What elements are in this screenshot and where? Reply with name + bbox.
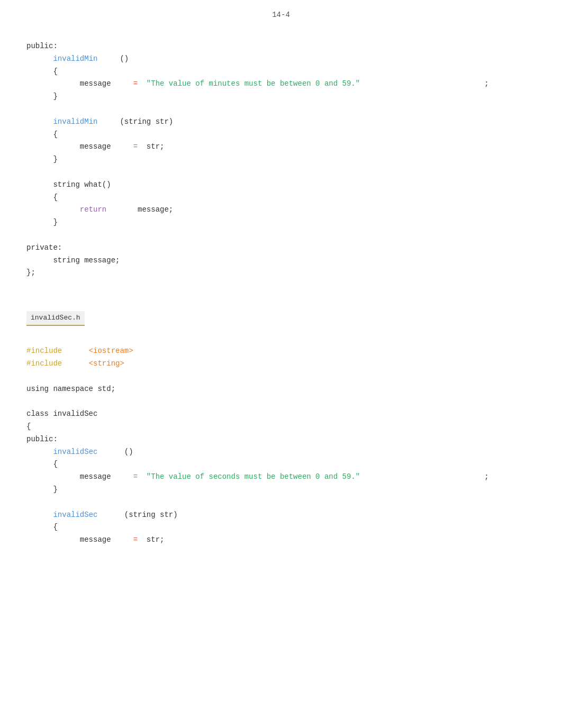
code-line: }: [26, 153, 536, 166]
page-header: 14-4: [0, 11, 562, 19]
code-line: {: [26, 521, 536, 534]
code-line: };: [26, 267, 536, 279]
code-line: using namespace std;: [26, 383, 536, 396]
code-line: string message;: [26, 254, 536, 267]
code-line: {: [26, 129, 536, 141]
file-label: invalidSec.h: [26, 311, 85, 326]
code-line: [26, 496, 536, 509]
code-line: message = "The value of minutes must be …: [26, 78, 536, 90]
code-line: message = "The value of seconds must be …: [26, 471, 536, 484]
code-line: [26, 103, 536, 116]
code-line: }: [26, 216, 536, 229]
code-line: public:: [26, 433, 536, 446]
code-line: [26, 229, 536, 242]
code-line: invalidMin (): [26, 53, 536, 66]
code-line: return message;: [26, 204, 536, 216]
code-line: string what(): [26, 179, 536, 192]
code-section-1: public: invalidMin () { message = "The v…: [0, 35, 562, 285]
code-line: message = str;: [26, 534, 536, 547]
code-line: [26, 166, 536, 179]
code-line: [26, 370, 536, 383]
code-line: {: [26, 458, 536, 471]
code-line: [26, 395, 536, 408]
code-line: {: [26, 192, 536, 204]
code-line: {: [26, 421, 536, 433]
code-line: invalidMin (string str): [26, 116, 536, 129]
code-line: invalidSec (string str): [26, 509, 536, 522]
code-line: private:: [26, 242, 536, 254]
code-line: {: [26, 66, 536, 78]
code-line: }: [26, 484, 536, 496]
code-line: #include <iostream>: [26, 345, 536, 358]
code-line: public:: [26, 40, 536, 53]
code-line: }: [26, 90, 536, 103]
code-line: message = str;: [26, 141, 536, 153]
code-line: class invalidSec: [26, 408, 536, 421]
code-section-2: invalidSec.h #include <iostream> #includ…: [0, 306, 562, 552]
code-line: #include <string>: [26, 358, 536, 370]
code-line: invalidSec (): [26, 446, 536, 459]
